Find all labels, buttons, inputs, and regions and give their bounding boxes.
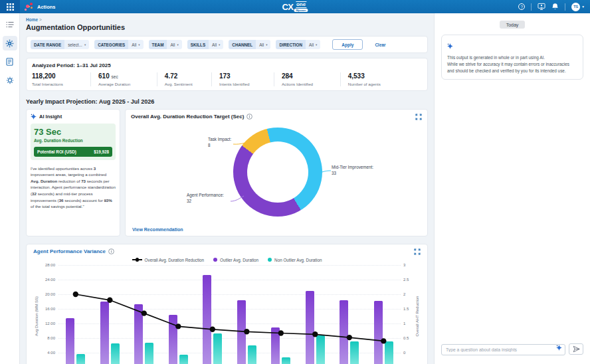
left-tick: 16:00 — [45, 307, 55, 311]
list-menu-icon — [6, 21, 14, 28]
filter-value: select...▾ — [64, 40, 89, 49]
filter-bar: DATE RANGEselect...▾CATEGORIESAll▾TEAMAl… — [26, 36, 428, 53]
filter-value: All▾ — [167, 40, 181, 49]
expand-icon[interactable] — [414, 248, 421, 255]
stat-label: Number of agents — [348, 82, 417, 86]
donut-label-left: Agent Performance:32 — [187, 192, 224, 205]
left-tick: 28:00 — [45, 263, 55, 267]
chat-question-input[interactable] — [441, 344, 565, 355]
grid-icon — [7, 3, 14, 11]
filter-label: CATEGORIES — [94, 40, 128, 49]
chevron-down-icon: ▾ — [316, 43, 317, 46]
roi-label: Potential ROI (USD) — [37, 149, 76, 154]
agent-performance-variance-card: Agent Performance Variance Overall Avg. … — [26, 244, 428, 364]
apply-button[interactable]: Apply — [332, 39, 363, 50]
insight-metric-panel: 73 Sec Avg. Duration Reduction Potential… — [31, 124, 116, 160]
right-tick: 2.5 — [403, 278, 409, 282]
ai-insight-card: AI Insight 73 Sec Avg. Duration Reductio… — [26, 109, 120, 236]
roi-badge: Potential ROI (USD) $19,928 — [34, 147, 112, 157]
right-tick: 0.5 — [403, 336, 409, 340]
notifications-bell-icon[interactable] — [551, 3, 559, 11]
view-recommendation-link[interactable]: View Recommendation — [132, 227, 183, 232]
legend-dot-marker — [268, 258, 272, 262]
divider — [565, 3, 565, 11]
right-tick: 2 — [403, 292, 405, 296]
filter-value: All▾ — [256, 40, 270, 49]
clear-button[interactable]: Clear — [371, 42, 389, 48]
disclaimer-line-1: This output is generated in whole or in … — [447, 54, 577, 61]
info-icon[interactable] — [246, 114, 252, 120]
donut-label-value: 32 — [187, 198, 224, 204]
app-brand: Actions — [25, 2, 56, 11]
app-launcher-button[interactable] — [0, 0, 20, 13]
ai-insight-title: AI Insight — [39, 114, 62, 120]
stat-label: Avg. Sentiment — [165, 82, 206, 86]
stat-average-duration: 610 secAverage Duration — [90, 72, 157, 86]
left-tick: 12:00 — [45, 321, 55, 325]
filter-label: DIRECTION — [276, 40, 306, 49]
info-icon[interactable] — [108, 248, 114, 254]
donut-plot-area: Mid-Tier Improvement:33Agent Performance… — [131, 124, 422, 224]
donut-label-name: Agent Performance: — [187, 192, 224, 198]
filter-value: All▾ — [209, 40, 223, 49]
user-menu[interactable]: TS ▾ — [571, 3, 584, 11]
sidebar-item-menu[interactable] — [3, 17, 17, 32]
main-content: Home> Augmentation Opportunities DATE RA… — [20, 13, 434, 364]
filter-pill-categories[interactable]: CATEGORIESAll▾ — [94, 40, 143, 49]
legend-item-bar[interactable]: Outlier Avg. Duration — [213, 258, 258, 262]
left-nav-rail — [0, 13, 20, 364]
filter-label: TEAM — [149, 40, 167, 49]
help-icon[interactable]: ? — [518, 3, 525, 10]
stat-value: 4,533 — [348, 72, 417, 80]
left-tick: 8:00 — [47, 336, 55, 340]
stat-actions-identified: 284Actions Identified — [274, 72, 340, 86]
today-badge: Today — [500, 21, 526, 29]
filter-pill-skills[interactable]: SKILLSAll▾ — [187, 40, 224, 49]
stat-label: Intents Identified — [219, 82, 268, 86]
right-axis-ticks: 32.521.510.50 — [401, 265, 414, 364]
section-title: Yearly Impact Projection: Aug 2025 - Jul… — [26, 98, 428, 105]
legend-label: Overall Avg. Duration Reduction — [145, 258, 205, 262]
send-button[interactable] — [569, 343, 583, 355]
stat-value: 4.72 — [165, 72, 206, 80]
sidebar-item-settings[interactable] — [3, 73, 17, 88]
agent-console-icon[interactable] — [538, 3, 545, 11]
chevron-down-icon: ▾ — [84, 43, 86, 46]
left-tick: 20:00 — [45, 292, 55, 296]
top-bar: Actions CX one Mpower ? TS ▾ — [0, 0, 590, 13]
breadcrumb-home-link[interactable]: Home — [26, 17, 38, 22]
ai-disclaimer-card: This output is generated in whole or in … — [441, 35, 583, 80]
stat-total-interactions: 118,200Total Interactions — [32, 72, 90, 86]
insight-body-text: I've identified opportunities across 3 i… — [31, 165, 116, 210]
legend-item-line[interactable]: Overall Avg. Duration Reduction — [132, 258, 205, 262]
filter-pill-date-range[interactable]: DATE RANGEselect...▾ — [31, 40, 89, 49]
legend-dot-marker — [213, 258, 217, 262]
settings-gear-icon — [6, 76, 14, 84]
filter-pill-channel[interactable]: CHANNELAll▾ — [229, 40, 270, 49]
left-axis-ticks: 28:0024:0020:0016:0012:008:004:00 — [40, 265, 58, 364]
stat-value: 610 sec — [98, 72, 151, 80]
left-tick: 4:00 — [47, 351, 55, 355]
filter-value: All▾ — [128, 40, 143, 49]
avatar: TS — [571, 3, 580, 11]
send-icon — [573, 345, 580, 353]
donut-chart[interactable] — [233, 128, 322, 217]
expand-icon[interactable] — [415, 114, 422, 120]
variance-card-title: Agent Performance Variance — [33, 248, 106, 254]
reduction-line-series — [58, 265, 401, 364]
stat-value: 284 — [282, 72, 335, 80]
filter-pill-team[interactable]: TEAMAll▾ — [149, 40, 182, 49]
duration-reduction-label: Avg. Duration Reduction — [34, 138, 112, 143]
donut-card-title: Overall Avg. Duration Reduction Target (… — [131, 114, 244, 120]
sidebar-item-actions[interactable] — [3, 36, 17, 50]
document-icon — [6, 58, 13, 66]
sidebar-item-forms[interactable] — [3, 54, 17, 69]
right-tick: 1 — [403, 321, 405, 325]
actions-gear-icon — [5, 39, 14, 48]
actions-logo-icon — [25, 2, 34, 11]
filter-pill-direction[interactable]: DIRECTIONAll▾ — [276, 40, 320, 49]
breadcrumb[interactable]: Home> — [26, 17, 428, 22]
legend-item-bar[interactable]: Non Outlier Avg. Duration — [268, 258, 322, 262]
stat-label: Total Interactions — [32, 82, 85, 86]
right-tick: 3 — [403, 263, 405, 267]
